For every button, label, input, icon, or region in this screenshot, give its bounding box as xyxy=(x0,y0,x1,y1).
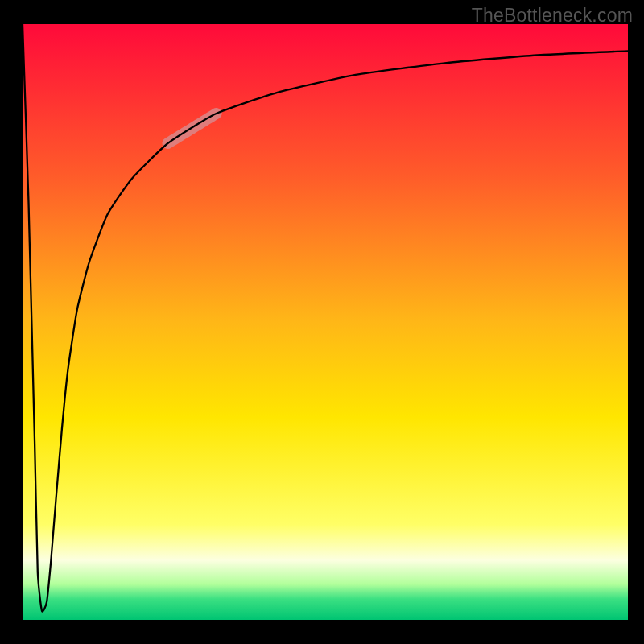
watermark-label: TheBottleneck.com xyxy=(472,5,633,27)
bottleneck-chart xyxy=(0,0,644,644)
chart-background-gradient xyxy=(23,24,628,620)
